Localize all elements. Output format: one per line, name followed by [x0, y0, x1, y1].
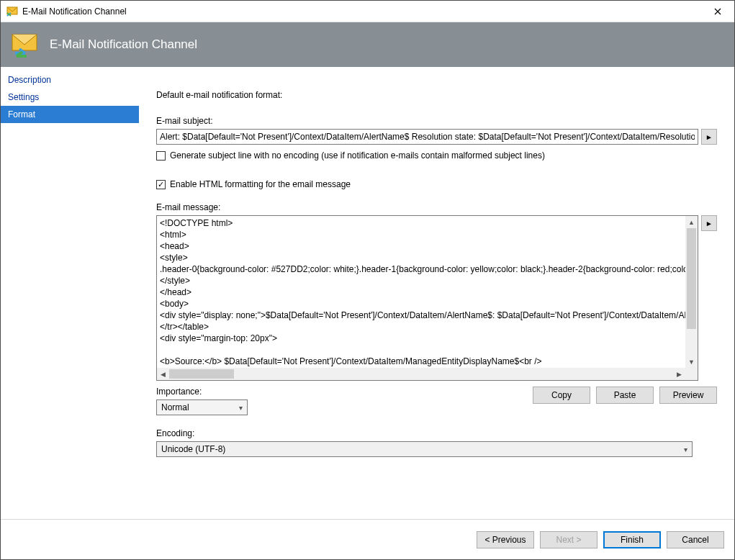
message-label: E-mail message: [156, 202, 717, 212]
app-icon [6, 6, 18, 17]
body: Description Settings Format Default e-ma… [1, 67, 734, 519]
message-text[interactable]: <!DOCTYPE html> <html> <head> <style> .h… [157, 216, 685, 368]
banner: E-Mail Notification Channel [1, 22, 734, 67]
html-formatting-checkbox-row[interactable]: Enable HTML formatting for the email mes… [156, 179, 717, 189]
sidebar-item-settings[interactable]: Settings [1, 89, 139, 106]
scroll-down-icon[interactable]: ▼ [685, 356, 698, 368]
message-textarea[interactable]: <!DOCTYPE html> <html> <head> <style> .h… [156, 215, 698, 381]
format-header-label: Default e-mail notification format: [156, 90, 717, 100]
vscroll-thumb[interactable] [687, 228, 696, 329]
no-encoding-label: Generate subject line with no encoding (… [170, 150, 545, 161]
html-formatting-label: Enable HTML formatting for the email mes… [170, 179, 351, 189]
encoding-value: Unicode (UTF-8) [161, 444, 225, 454]
encoding-label: Encoding: [156, 428, 717, 438]
titlebar: E-Mail Notification Channel [1, 1, 734, 22]
message-vscrollbar[interactable]: ▲ ▼ [685, 216, 698, 368]
envelope-icon [11, 32, 40, 58]
banner-title: E-Mail Notification Channel [50, 37, 197, 52]
paste-button[interactable]: Paste [596, 387, 654, 404]
cancel-button[interactable]: Cancel [667, 531, 724, 548]
hscroll-thumb[interactable] [169, 369, 234, 379]
close-button[interactable] [701, 1, 734, 22]
no-encoding-checkbox-row[interactable]: Generate subject line with no encoding (… [156, 150, 717, 161]
chevron-down-icon: ▾ [684, 446, 687, 453]
preview-button[interactable]: Preview [659, 387, 717, 404]
subject-input[interactable] [156, 129, 698, 145]
subject-label: E-mail subject: [156, 116, 717, 126]
scroll-corner [685, 368, 698, 380]
chevron-down-icon: ▾ [239, 404, 243, 412]
previous-button[interactable]: < Previous [477, 531, 534, 548]
copy-button[interactable]: Copy [533, 387, 590, 404]
scroll-up-icon[interactable]: ▲ [685, 216, 698, 228]
window-title: E-Mail Notification Channel [22, 6, 127, 17]
encoding-select[interactable]: Unicode (UTF-8) ▾ [156, 441, 693, 457]
chevron-right-icon: ▸ [707, 219, 711, 228]
message-picker-button[interactable]: ▸ [701, 215, 717, 231]
next-button: Next > [540, 531, 598, 548]
html-formatting-checkbox[interactable] [156, 180, 166, 189]
sidebar: Description Settings Format [1, 67, 139, 519]
importance-label: Importance: [156, 387, 248, 397]
scroll-right-icon[interactable]: ▶ [673, 368, 685, 380]
message-hscrollbar[interactable]: ◀ ▶ [157, 368, 685, 380]
window-root: E-Mail Notification Channel E-Mail Notif… [0, 0, 735, 560]
sidebar-item-description[interactable]: Description [1, 71, 139, 89]
importance-select[interactable]: Normal ▾ [156, 399, 248, 415]
finish-button[interactable]: Finish [603, 531, 661, 548]
importance-value: Normal [161, 402, 189, 412]
wizard-footer: < Previous Next > Finish Cancel [1, 519, 734, 559]
content: Default e-mail notification format: E-ma… [139, 67, 734, 519]
scroll-left-icon[interactable]: ◀ [157, 368, 169, 380]
no-encoding-checkbox[interactable] [156, 151, 166, 161]
subject-picker-button[interactable]: ▸ [701, 129, 717, 145]
sidebar-item-format[interactable]: Format [1, 106, 139, 123]
chevron-right-icon: ▸ [707, 132, 711, 142]
